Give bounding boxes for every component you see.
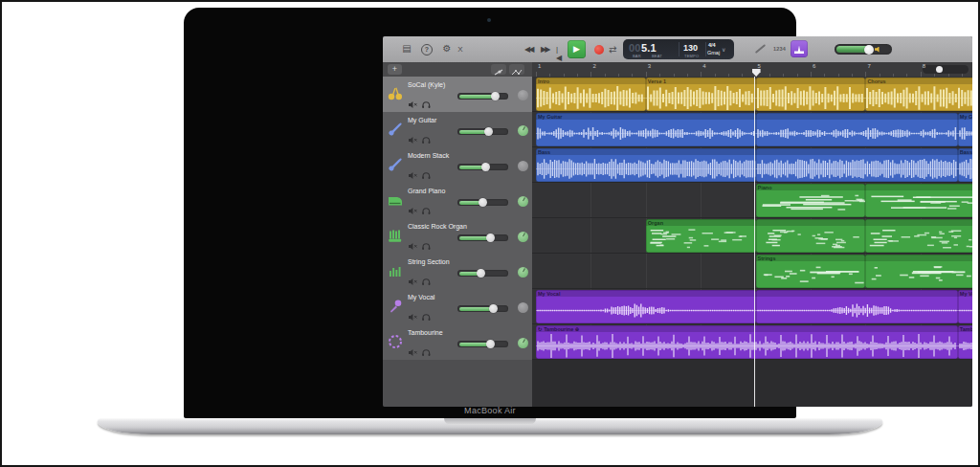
library-icon[interactable]: ▤	[400, 43, 413, 55]
track-volume-slider[interactable]	[457, 199, 508, 206]
lcd-bar-label: BAR	[633, 54, 641, 58]
metronome-button[interactable]	[791, 40, 808, 57]
track-volume-knob[interactable]	[479, 198, 487, 207]
pan-knob[interactable]	[518, 125, 528, 136]
region-strings[interactable]	[865, 255, 972, 288]
region-tambourine[interactable]: Tambourine	[958, 325, 972, 359]
track-volume-slider[interactable]	[457, 234, 508, 241]
region-my-guitar[interactable]: My Guitar	[958, 113, 972, 146]
track-volume-knob[interactable]	[489, 304, 498, 313]
solo-button[interactable]	[421, 202, 432, 211]
go-to-beginning-button[interactable]: |◀	[556, 45, 561, 62]
region-intro[interactable]: Intro	[536, 78, 646, 111]
playhead-marker[interactable]	[752, 69, 761, 77]
quick-help-icon[interactable]: ?	[420, 43, 434, 56]
track-header-row[interactable]: Grand Piano	[383, 183, 532, 219]
mute-button[interactable]	[408, 96, 418, 104]
track-volume-knob[interactable]	[481, 163, 490, 171]
region-piano[interactable]	[865, 184, 972, 217]
track-volume-slider[interactable]	[457, 341, 508, 347]
track-volume-knob[interactable]	[484, 127, 493, 136]
region-vocal[interactable]	[756, 290, 958, 323]
mute-button[interactable]	[408, 202, 418, 211]
add-track-button[interactable]: +	[388, 64, 402, 75]
track-header-row[interactable]: My Guitar	[383, 112, 532, 148]
region-piano[interactable]: Piano	[756, 184, 866, 217]
track-volume-knob[interactable]	[491, 92, 500, 100]
region-bass[interactable]: Bass	[536, 148, 756, 182]
pan-knob[interactable]	[518, 196, 528, 207]
track-header-row[interactable]: My Vocal	[383, 289, 532, 325]
region-organ[interactable]: Organ	[646, 219, 756, 253]
drums-icon	[387, 85, 404, 102]
region-my-vocal[interactable]: My Vocal	[536, 290, 756, 323]
ruler-bar-number: 2	[592, 63, 595, 69]
solo-button[interactable]	[421, 237, 432, 246]
region-chorus[interactable]: Chorus	[865, 78, 972, 111]
pan-knob[interactable]	[518, 267, 528, 278]
track-volume-slider[interactable]	[457, 128, 508, 135]
cycle-button[interactable]: ⇄	[609, 44, 616, 55]
timeline[interactable]: IntroVerse 1ChorusMy GuitarMy GuitarBass…	[532, 77, 972, 360]
rewind-button[interactable]: ◀◀	[524, 45, 532, 54]
track-header-row[interactable]: Tambourine	[383, 324, 532, 361]
count-in-button[interactable]: 1234	[773, 46, 786, 52]
tambourine-icon	[387, 333, 404, 350]
settings-icon[interactable]: ⚙	[440, 43, 454, 55]
region-bass[interactable]: Bass	[958, 148, 972, 182]
ruler[interactable]: 12345678	[532, 62, 972, 78]
lcd-display[interactable]: 00 5.1 BAR BEAT 130 TEMPO 4/4 Gmaj ∨	[623, 39, 734, 59]
play-button[interactable]: ▶	[568, 40, 586, 58]
track-volume-knob[interactable]	[486, 234, 495, 242]
region-drums[interactable]	[756, 78, 866, 111]
playhead[interactable]	[754, 77, 755, 407]
region-guitar[interactable]	[756, 113, 958, 146]
region-organ[interactable]	[865, 219, 972, 253]
mute-button[interactable]	[408, 344, 418, 352]
tuner-icon[interactable]	[755, 44, 766, 54]
mute-button[interactable]	[408, 308, 418, 317]
mute-button[interactable]	[408, 167, 418, 175]
mixer-icon[interactable]	[491, 64, 506, 75]
solo-button[interactable]	[421, 96, 432, 104]
forward-button[interactable]: ▶▶	[541, 45, 548, 54]
zoom-slider-thumb[interactable]	[936, 66, 943, 73]
mute-button[interactable]	[408, 273, 418, 281]
automation-icon[interactable]	[509, 64, 524, 75]
region-my-vocal[interactable]: My Vocal	[958, 290, 972, 323]
track-volume-slider[interactable]	[457, 93, 508, 100]
region-organ[interactable]	[756, 219, 866, 253]
solo-button[interactable]	[421, 131, 432, 140]
mute-button[interactable]	[408, 131, 418, 140]
cut-icon[interactable]: X	[454, 44, 467, 56]
ruler-bar-number: 7	[867, 63, 870, 69]
chevron-down-icon[interactable]: ∨	[722, 46, 725, 53]
pan-knob[interactable]	[518, 338, 528, 348]
track-header-row[interactable]: String Section	[383, 254, 532, 290]
region-strings[interactable]: Strings	[756, 255, 866, 288]
region-my-guitar[interactable]: My Guitar	[536, 113, 756, 146]
track-volume-knob[interactable]	[477, 269, 485, 278]
track-header-row[interactable]: Modern Stack	[383, 147, 532, 184]
pan-knob[interactable]	[518, 302, 528, 313]
region-bass[interactable]	[756, 148, 958, 182]
pan-knob[interactable]	[518, 232, 528, 242]
track-volume-slider[interactable]	[457, 164, 508, 170]
solo-button[interactable]	[421, 167, 432, 175]
pan-knob[interactable]	[518, 90, 528, 100]
master-volume-knob[interactable]	[864, 45, 874, 55]
record-button[interactable]	[594, 45, 604, 55]
pan-knob[interactable]	[518, 161, 528, 171]
track-header-row[interactable]: SoCal (Kyle)	[383, 77, 532, 113]
track-volume-slider[interactable]	[457, 270, 508, 277]
solo-button[interactable]	[421, 308, 432, 317]
track-volume-knob[interactable]	[486, 340, 495, 348]
zoom-slider[interactable]	[923, 65, 969, 74]
solo-button[interactable]	[421, 344, 432, 352]
mute-button[interactable]	[408, 237, 418, 246]
solo-button[interactable]	[421, 273, 432, 281]
track-volume-slider[interactable]	[457, 305, 508, 312]
region-verse-1[interactable]: Verse 1	[646, 78, 756, 111]
track-header-row[interactable]: Classic Rock Organ	[383, 218, 532, 255]
region--tambourine-[interactable]: ↻ Tambourine ⊕	[536, 325, 958, 359]
